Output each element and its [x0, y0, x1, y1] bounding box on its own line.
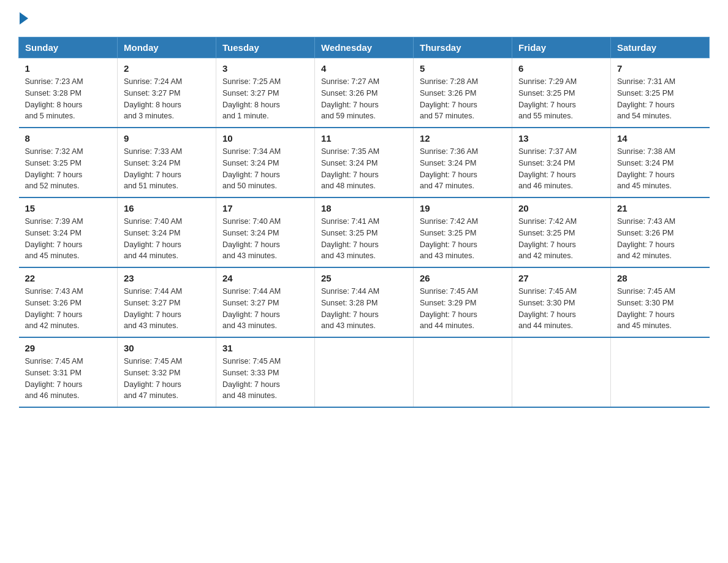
header-tuesday: Tuesday [216, 37, 315, 58]
calendar-cell [414, 337, 512, 407]
day-info: Sunrise: 7:40 AMSunset: 3:24 PMDaylight:… [222, 216, 308, 262]
logo [18, 12, 29, 25]
day-info: Sunrise: 7:39 AMSunset: 3:24 PMDaylight:… [25, 216, 112, 262]
day-info: Sunrise: 7:45 AMSunset: 3:33 PMDaylight:… [222, 356, 308, 402]
calendar-cell: 29 Sunrise: 7:45 AMSunset: 3:31 PMDaylig… [19, 337, 118, 407]
day-info: Sunrise: 7:34 AMSunset: 3:24 PMDaylight:… [222, 146, 308, 192]
day-number: 11 [321, 133, 407, 144]
calendar-cell [315, 337, 414, 407]
calendar-cell: 7 Sunrise: 7:31 AMSunset: 3:25 PMDayligh… [611, 58, 710, 128]
day-number: 31 [222, 343, 308, 353]
day-number: 14 [617, 133, 703, 144]
day-number: 27 [518, 273, 604, 283]
header-wednesday: Wednesday [315, 37, 414, 58]
calendar-cell: 10 Sunrise: 7:34 AMSunset: 3:24 PMDaylig… [216, 128, 315, 197]
day-number: 21 [617, 203, 703, 213]
calendar-cell: 24 Sunrise: 7:44 AMSunset: 3:27 PMDaylig… [216, 267, 315, 337]
day-info: Sunrise: 7:31 AMSunset: 3:25 PMDaylight:… [617, 76, 703, 122]
day-number: 17 [222, 203, 308, 213]
calendar-cell: 30 Sunrise: 7:45 AMSunset: 3:32 PMDaylig… [118, 337, 216, 407]
page-header [18, 12, 710, 25]
day-info: Sunrise: 7:42 AMSunset: 3:25 PMDaylight:… [518, 216, 604, 262]
day-number: 5 [420, 63, 506, 74]
calendar-cell: 22 Sunrise: 7:43 AMSunset: 3:26 PMDaylig… [19, 267, 118, 337]
day-info: Sunrise: 7:27 AMSunset: 3:26 PMDaylight:… [321, 76, 407, 122]
day-info: Sunrise: 7:44 AMSunset: 3:27 PMDaylight:… [222, 286, 308, 332]
day-info: Sunrise: 7:37 AMSunset: 3:24 PMDaylight:… [518, 146, 604, 192]
header-saturday: Saturday [611, 37, 710, 58]
day-info: Sunrise: 7:36 AMSunset: 3:24 PMDaylight:… [420, 146, 506, 192]
day-info: Sunrise: 7:38 AMSunset: 3:24 PMDaylight:… [617, 146, 703, 192]
day-info: Sunrise: 7:33 AMSunset: 3:24 PMDaylight:… [124, 146, 210, 192]
day-info: Sunrise: 7:24 AMSunset: 3:27 PMDaylight:… [124, 76, 210, 122]
day-number: 24 [222, 273, 308, 283]
week-row-3: 15 Sunrise: 7:39 AMSunset: 3:24 PMDaylig… [19, 197, 710, 267]
week-row-2: 8 Sunrise: 7:32 AMSunset: 3:25 PMDayligh… [19, 128, 710, 197]
calendar-cell: 11 Sunrise: 7:35 AMSunset: 3:24 PMDaylig… [315, 128, 414, 197]
calendar-cell: 5 Sunrise: 7:28 AMSunset: 3:26 PMDayligh… [414, 58, 512, 128]
day-number: 20 [518, 203, 604, 213]
week-row-5: 29 Sunrise: 7:45 AMSunset: 3:31 PMDaylig… [19, 337, 710, 407]
header-row: SundayMondayTuesdayWednesdayThursdayFrid… [19, 37, 710, 58]
day-info: Sunrise: 7:23 AMSunset: 3:28 PMDaylight:… [25, 76, 112, 122]
day-info: Sunrise: 7:28 AMSunset: 3:26 PMDaylight:… [420, 76, 506, 122]
day-info: Sunrise: 7:45 AMSunset: 3:30 PMDaylight:… [518, 286, 604, 332]
calendar-table: SundayMondayTuesdayWednesdayThursdayFrid… [18, 37, 710, 408]
header-monday: Monday [118, 37, 216, 58]
day-number: 8 [25, 133, 112, 144]
week-row-4: 22 Sunrise: 7:43 AMSunset: 3:26 PMDaylig… [19, 267, 710, 337]
day-info: Sunrise: 7:45 AMSunset: 3:30 PMDaylight:… [617, 286, 703, 332]
day-number: 25 [321, 273, 407, 283]
calendar-cell: 28 Sunrise: 7:45 AMSunset: 3:30 PMDaylig… [611, 267, 710, 337]
day-number: 2 [124, 63, 210, 74]
header-thursday: Thursday [414, 37, 512, 58]
calendar-cell: 2 Sunrise: 7:24 AMSunset: 3:27 PMDayligh… [118, 58, 216, 128]
day-info: Sunrise: 7:35 AMSunset: 3:24 PMDaylight:… [321, 146, 407, 192]
calendar-cell: 16 Sunrise: 7:40 AMSunset: 3:24 PMDaylig… [118, 197, 216, 267]
day-number: 6 [518, 63, 604, 74]
day-number: 15 [25, 203, 112, 213]
calendar-cell: 20 Sunrise: 7:42 AMSunset: 3:25 PMDaylig… [512, 197, 611, 267]
day-info: Sunrise: 7:29 AMSunset: 3:25 PMDaylight:… [518, 76, 604, 122]
day-number: 22 [25, 273, 112, 283]
day-info: Sunrise: 7:45 AMSunset: 3:32 PMDaylight:… [124, 356, 210, 402]
calendar-cell: 3 Sunrise: 7:25 AMSunset: 3:27 PMDayligh… [216, 58, 315, 128]
day-info: Sunrise: 7:40 AMSunset: 3:24 PMDaylight:… [124, 216, 210, 262]
day-info: Sunrise: 7:44 AMSunset: 3:27 PMDaylight:… [124, 286, 210, 332]
day-number: 9 [124, 133, 210, 144]
calendar-cell: 6 Sunrise: 7:29 AMSunset: 3:25 PMDayligh… [512, 58, 611, 128]
day-number: 3 [222, 63, 308, 74]
day-info: Sunrise: 7:42 AMSunset: 3:25 PMDaylight:… [420, 216, 506, 262]
calendar-cell [611, 337, 710, 407]
calendar-cell: 9 Sunrise: 7:33 AMSunset: 3:24 PMDayligh… [118, 128, 216, 197]
calendar-cell: 4 Sunrise: 7:27 AMSunset: 3:26 PMDayligh… [315, 58, 414, 128]
day-number: 4 [321, 63, 407, 74]
calendar-cell: 18 Sunrise: 7:41 AMSunset: 3:25 PMDaylig… [315, 197, 414, 267]
day-number: 1 [25, 63, 112, 74]
day-number: 7 [617, 63, 703, 74]
logo-text [18, 12, 29, 25]
calendar-cell: 21 Sunrise: 7:43 AMSunset: 3:26 PMDaylig… [611, 197, 710, 267]
calendar-cell: 27 Sunrise: 7:45 AMSunset: 3:30 PMDaylig… [512, 267, 611, 337]
day-info: Sunrise: 7:25 AMSunset: 3:27 PMDaylight:… [222, 76, 308, 122]
day-info: Sunrise: 7:45 AMSunset: 3:29 PMDaylight:… [420, 286, 506, 332]
calendar-cell: 25 Sunrise: 7:44 AMSunset: 3:28 PMDaylig… [315, 267, 414, 337]
day-number: 18 [321, 203, 407, 213]
day-info: Sunrise: 7:43 AMSunset: 3:26 PMDaylight:… [25, 286, 112, 332]
header-friday: Friday [512, 37, 611, 58]
day-number: 28 [617, 273, 703, 283]
calendar-cell: 1 Sunrise: 7:23 AMSunset: 3:28 PMDayligh… [19, 58, 118, 128]
day-info: Sunrise: 7:43 AMSunset: 3:26 PMDaylight:… [617, 216, 703, 262]
day-number: 29 [25, 343, 112, 353]
week-row-1: 1 Sunrise: 7:23 AMSunset: 3:28 PMDayligh… [19, 58, 710, 128]
calendar-cell: 19 Sunrise: 7:42 AMSunset: 3:25 PMDaylig… [414, 197, 512, 267]
calendar-cell: 31 Sunrise: 7:45 AMSunset: 3:33 PMDaylig… [216, 337, 315, 407]
header-sunday: Sunday [19, 37, 118, 58]
day-number: 12 [420, 133, 506, 144]
calendar-cell: 14 Sunrise: 7:38 AMSunset: 3:24 PMDaylig… [611, 128, 710, 197]
day-info: Sunrise: 7:41 AMSunset: 3:25 PMDaylight:… [321, 216, 407, 262]
calendar-body: 1 Sunrise: 7:23 AMSunset: 3:28 PMDayligh… [19, 58, 710, 408]
day-number: 26 [420, 273, 506, 283]
day-number: 10 [222, 133, 308, 144]
calendar-cell: 12 Sunrise: 7:36 AMSunset: 3:24 PMDaylig… [414, 128, 512, 197]
